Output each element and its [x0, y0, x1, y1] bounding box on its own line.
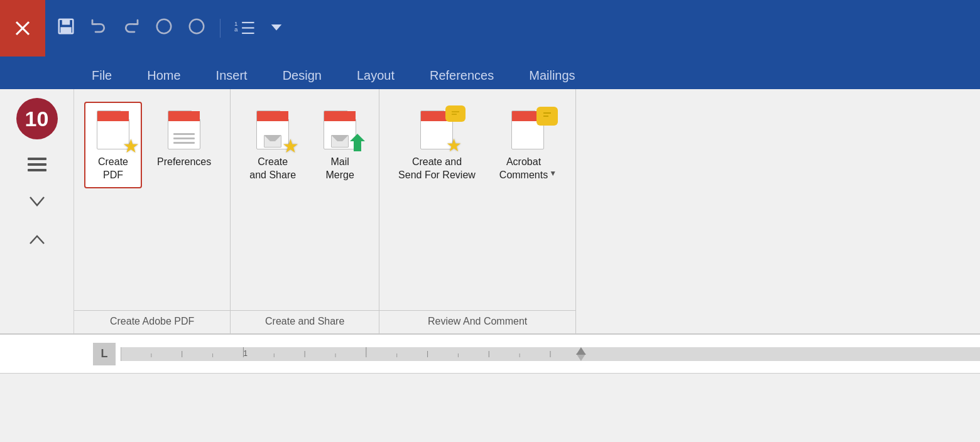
create-and-share-icon: ★: [253, 108, 293, 152]
svg-rect-14: [28, 163, 46, 166]
group-create-adobe-pdf: ★ CreatePDF: [74, 89, 231, 333]
svg-marker-35: [576, 353, 586, 361]
create-send-review-label: Create andSend For Review: [398, 156, 476, 182]
create-and-share-label: Createand Share: [249, 156, 296, 182]
svg-marker-24: [543, 120, 546, 122]
group-create-and-share-label: Create and Share: [231, 310, 379, 333]
svg-text:1: 1: [243, 348, 248, 357]
group-create-adobe-pdf-content: ★ CreatePDF: [74, 97, 230, 310]
doc-icon-preferences: [168, 110, 200, 149]
numbered-list-icon[interactable]: 1 a: [234, 17, 256, 40]
ribbon-groups: ★ CreatePDF: [74, 89, 980, 333]
create-send-review-icon: ★: [416, 108, 457, 152]
green-arrow-badge: [349, 132, 366, 154]
mail-merge-label: MailMerge: [325, 156, 354, 182]
tab-references[interactable]: References: [412, 62, 511, 89]
undo-icon[interactable]: [89, 17, 108, 40]
svg-rect-4: [60, 27, 72, 33]
svg-rect-17: [449, 109, 462, 117]
circle-icon-1[interactable]: [155, 17, 173, 40]
tab-file[interactable]: File: [74, 62, 129, 89]
ruler: 1: [121, 347, 980, 361]
speech-bubble-badge: [536, 107, 558, 126]
quick-access-toolbar: 1 a: [57, 17, 974, 40]
svg-marker-20: [452, 117, 454, 119]
svg-text:a: a: [234, 26, 238, 33]
star-badge-create-share: ★: [282, 137, 299, 156]
tab-mailings[interactable]: Mailings: [511, 62, 592, 89]
tab-layout[interactable]: Layout: [339, 62, 412, 89]
group-create-adobe-pdf-label: Create Adobe PDF: [74, 310, 230, 333]
svg-point-5: [157, 19, 172, 33]
hamburger-icon[interactable]: [24, 152, 50, 177]
ruler-area: L 1: [0, 334, 980, 373]
star-badge-create-pdf: ★: [122, 137, 139, 156]
save-icon[interactable]: [57, 17, 75, 40]
group-create-and-share-content: ★ Createand Share: [231, 97, 379, 310]
group-review-and-comment-label: Review And Comment: [379, 310, 575, 333]
tab-design[interactable]: Design: [265, 62, 339, 89]
acrobat-comments-dropdown-arrow[interactable]: ▼: [549, 169, 557, 178]
group-review-and-comment: ★ Create andSend For Review: [379, 89, 576, 333]
bottom-bar: [0, 373, 980, 387]
svg-marker-16: [350, 134, 365, 151]
preferences-button[interactable]: Preferences: [148, 102, 220, 175]
preferences-label: Preferences: [157, 156, 211, 169]
quick-access-dropdown-icon[interactable]: [270, 19, 283, 38]
create-pdf-button[interactable]: ★ CreatePDF: [84, 102, 142, 188]
left-sidebar: 10: [0, 89, 74, 333]
svg-point-6: [190, 19, 204, 33]
acrobat-comments-icon: [508, 108, 548, 152]
group-review-and-comment-content: ★ Create andSend For Review: [379, 97, 575, 310]
close-button[interactable]: [0, 0, 45, 57]
redo-icon[interactable]: [122, 17, 141, 40]
svg-rect-21: [540, 110, 554, 120]
collapse-icon[interactable]: [24, 190, 50, 215]
ribbon-content: 10: [0, 89, 980, 334]
circle-icon-2[interactable]: [187, 17, 206, 40]
group-create-and-share: ★ Createand Share: [231, 89, 379, 333]
create-and-share-button[interactable]: ★ Createand Share: [241, 102, 305, 188]
star-badge-send-review: ★: [446, 137, 462, 154]
create-pdf-icon: ★: [93, 108, 133, 152]
create-pdf-label: CreatePDF: [98, 156, 128, 182]
svg-rect-15: [28, 169, 46, 171]
acrobat-comments-label: AcrobatComments: [499, 156, 548, 182]
svg-rect-13: [28, 158, 46, 160]
title-bar: 1 a: [0, 0, 980, 57]
mail-merge-icon: [320, 108, 360, 152]
mail-merge-button[interactable]: MailMerge: [311, 102, 369, 188]
tab-insert[interactable]: Insert: [199, 62, 265, 89]
create-send-review-button[interactable]: ★ Create andSend For Review: [389, 102, 484, 188]
preferences-icon: [164, 108, 204, 152]
tab-home[interactable]: Home: [129, 62, 198, 89]
ruler-corner: L: [93, 343, 116, 365]
acrobat-comments-button[interactable]: AcrobatComments ▼: [491, 102, 565, 188]
chat-bubble-badge: [445, 105, 466, 122]
svg-rect-3: [62, 19, 70, 24]
step-number: 10: [16, 98, 58, 139]
ribbon-tabs: File Home Insert Design Layout Reference…: [0, 57, 980, 89]
svg-marker-12: [271, 24, 282, 30]
chevron-up-icon[interactable]: [24, 227, 50, 252]
